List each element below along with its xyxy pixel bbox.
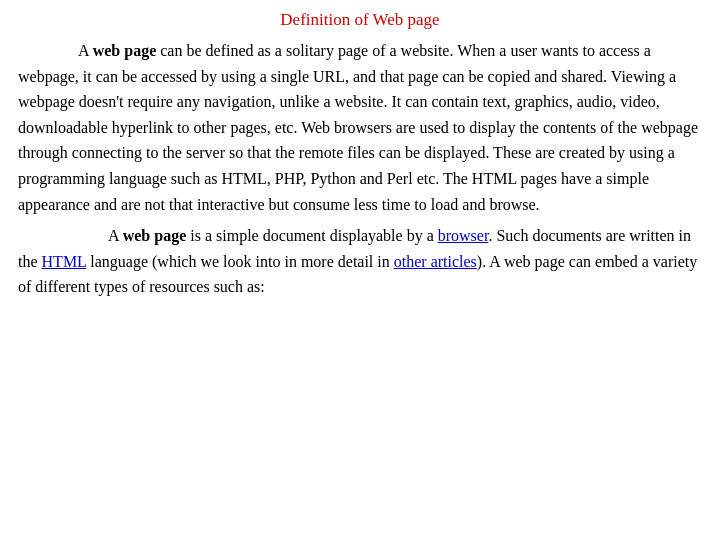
page-title: Definition of Web page (18, 10, 702, 30)
main-content: A web page can be defined as a solitary … (18, 38, 702, 300)
html-link[interactable]: HTML (42, 253, 87, 270)
browser-link[interactable]: browser (438, 227, 489, 244)
bold-web-page-2: web page (123, 227, 187, 244)
other-articles-link[interactable]: other articles (394, 253, 477, 270)
paragraph-2: A web page is a simple document displaya… (18, 223, 702, 300)
bold-web-page-1: web page (93, 42, 157, 59)
paragraph-1: A web page can be defined as a solitary … (18, 38, 702, 217)
